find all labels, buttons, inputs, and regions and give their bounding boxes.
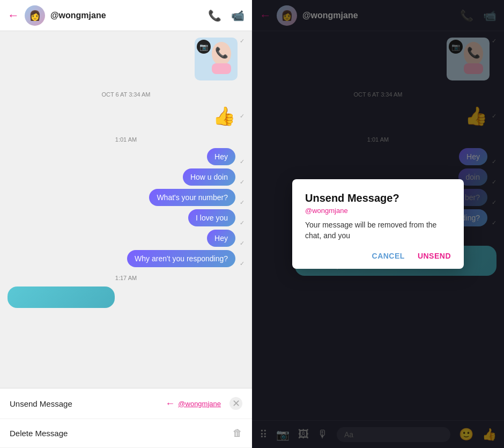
msg-number-check: ✓ — [240, 199, 244, 206]
camera-badge: 📷 — [197, 40, 211, 54]
left-avatar: 👩 — [25, 5, 45, 26]
svg-text:📞: 📞 — [215, 46, 228, 59]
msg-number: What's your number? — [149, 189, 235, 206]
thumb-up-emoji: 👍 — [213, 105, 235, 127]
sticker-row: 📷 📞 ✓ — [8, 38, 244, 80]
unsend-modal: Unsend Message? @wongmjane Your message … — [292, 179, 464, 269]
unsend-username: @wongmjane — [178, 400, 221, 408]
modal-actions: CANCEL UNSEND — [305, 252, 451, 260]
left-panel: ← 👩 @wongmjane 📞 📹 📷 📞 ✓ OCT 6 AT 3:34 A… — [0, 0, 252, 448]
msg-doin-row: How u doin ✓ — [8, 168, 244, 186]
delete-message-item[interactable]: Delete Message 🗑 — [0, 419, 252, 448]
thumb-up-row: 👍 ✓ — [8, 105, 244, 127]
partial-bubble-row — [8, 287, 244, 308]
msg-hey-check: ✓ — [240, 158, 244, 165]
left-header: ← 👩 @wongmjane 📞 📹 — [0, 0, 252, 31]
msg-hey: Hey — [207, 148, 235, 165]
unsend-button[interactable]: UNSEND — [418, 252, 451, 260]
modal-body: Your message will be removed from the ch… — [305, 220, 451, 241]
msg-hey2-check: ✓ — [240, 240, 244, 247]
msg-responding-check: ✓ — [240, 260, 244, 267]
left-timestamp2: 1:01 AM — [8, 136, 244, 143]
left-timestamp1: OCT 6 AT 3:34 AM — [8, 91, 244, 98]
msg-hey2-row: Hey ✓ — [8, 230, 244, 247]
left-chat-area: 📷 📞 ✓ OCT 6 AT 3:34 AM 👍 ✓ 1:01 AM Hey ✓… — [0, 31, 252, 448]
sticker: 📷 📞 — [195, 38, 238, 80]
left-phone-icon[interactable]: 📞 — [208, 9, 221, 22]
right-panel: ← 👩 @wongmjane 📞 📹 📷 📞 ✓ OCT 6 AT 3:34 A… — [252, 0, 504, 448]
left-username: @wongmjane — [50, 11, 208, 20]
msg-love-check: ✓ — [240, 219, 244, 226]
cancel-button[interactable]: CANCEL — [372, 252, 405, 260]
left-header-icons: 📞 📹 — [208, 9, 244, 22]
msg-hey2: Hey — [207, 230, 235, 247]
left-context-menu: Unsend Message ← @wongmjane ✕ Delete Mes… — [0, 388, 252, 448]
msg-number-row: What's your number? ✓ — [8, 189, 244, 206]
unsend-label: Unsend Message — [10, 399, 162, 408]
msg-doin: How u doin — [183, 168, 235, 186]
left-back-button[interactable]: ← — [8, 9, 19, 23]
msg-doin-check: ✓ — [240, 179, 244, 186]
msg-responding-row: Why aren't you responding? ✓ — [8, 250, 244, 267]
left-timestamp3: 1:17 AM — [8, 275, 244, 281]
modal-username: @wongmjane — [305, 207, 451, 215]
msg-love-row: I love you ✓ — [8, 209, 244, 226]
left-video-icon[interactable]: 📹 — [231, 9, 244, 22]
svg-rect-2 — [212, 63, 231, 74]
msg-hey-row: Hey ✓ — [8, 148, 244, 165]
msg-responding: Why aren't you responding? — [127, 250, 235, 267]
msg-love: I love you — [188, 209, 235, 226]
modal-title: Unsend Message? — [305, 192, 451, 204]
delete-label: Delete Message — [10, 429, 233, 438]
sticker-checkmark: ✓ — [240, 38, 244, 80]
unsend-close-button[interactable]: ✕ — [229, 397, 242, 410]
unsend-message-item[interactable]: Unsend Message ← @wongmjane ✕ — [0, 388, 252, 419]
unsend-arrow-icon: ← — [165, 398, 175, 409]
partial-bubble — [8, 287, 115, 308]
thumb-check: ✓ — [240, 113, 244, 120]
trash-icon[interactable]: 🗑 — [233, 428, 242, 439]
modal-overlay: Unsend Message? @wongmjane Your message … — [252, 0, 504, 448]
